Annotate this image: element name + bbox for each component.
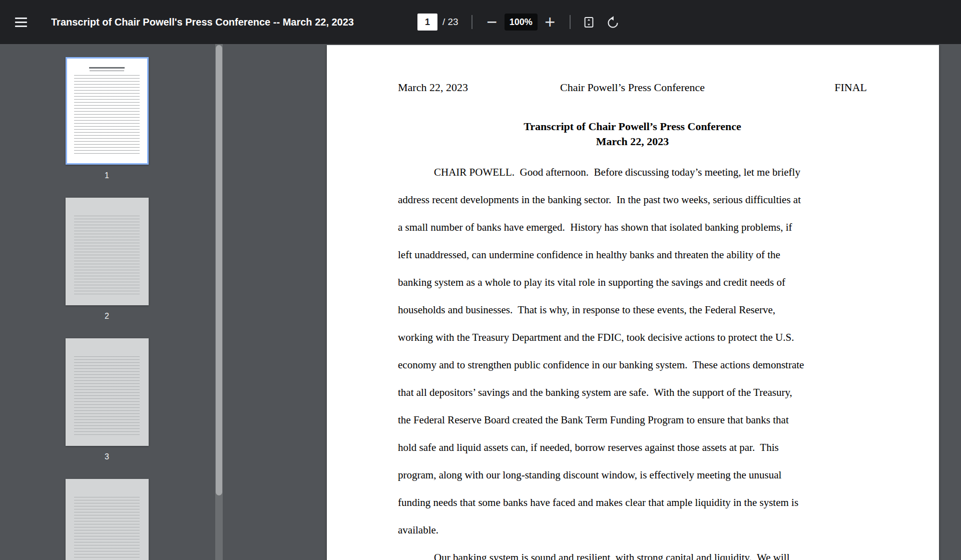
document-line: CHAIR POWELL. Good afternoon. Before dis… — [398, 159, 867, 186]
hamburger-icon — [15, 18, 35, 27]
document-line: households and businesses. That is why, … — [398, 296, 867, 324]
document-line: hold safe and liquid assets can, if need… — [398, 434, 867, 461]
thumbnail-page-4[interactable]: 4 — [66, 479, 149, 560]
scrollbar-thumb[interactable] — [216, 45, 222, 495]
zoom-in-button[interactable]: + — [542, 11, 559, 33]
document-title: Transcript of Chair Powell's Press Confe… — [51, 17, 354, 28]
rotate-button[interactable] — [605, 11, 622, 33]
zoom-out-button[interactable]: − — [484, 11, 501, 33]
document-line: economy and to strengthen public confide… — [398, 351, 867, 379]
menu-button[interactable] — [15, 12, 35, 32]
fit-to-page-button[interactable] — [581, 11, 598, 33]
document-line: a small number of banks have emerged. Hi… — [398, 214, 867, 241]
heading-line-1: Transcript of Chair Powell’s Press Confe… — [398, 119, 867, 134]
document-heading: Transcript of Chair Powell’s Press Confe… — [398, 119, 867, 149]
thumbnail-label: 3 — [105, 452, 109, 462]
thumbnail-label: 2 — [105, 311, 109, 321]
header-final: FINAL — [834, 81, 867, 94]
document-viewport[interactable]: March 22, 2023 Chair Powell’s Press Conf… — [224, 44, 961, 560]
header-date: March 22, 2023 — [398, 81, 468, 94]
plus-icon: + — [544, 15, 556, 29]
document-line: program, along with our long-standing di… — [398, 461, 867, 489]
toolbar-divider — [471, 15, 472, 29]
document-line: banking system as a whole to play its vi… — [398, 269, 867, 296]
page-header: March 22, 2023 Chair Powell’s Press Conf… — [398, 81, 867, 94]
document-line: that all depositors’ savings and the ban… — [398, 379, 867, 406]
page-count-label: / 23 — [442, 17, 458, 28]
thumbnail-sidebar[interactable]: 1 2 3 4 — [0, 44, 224, 560]
toolbar-controls: / 23 − 100% + — [417, 0, 622, 44]
document-body: CHAIR POWELL. Good afternoon. Before dis… — [398, 159, 867, 560]
document-line: available. — [398, 516, 867, 544]
page-thumbnail — [66, 198, 149, 305]
zoom-level-display[interactable]: 100% — [505, 14, 538, 31]
thumbnail-page-1[interactable]: 1 — [66, 57, 149, 181]
rotate-counterclockwise-icon — [606, 16, 620, 29]
header-title: Chair Powell’s Press Conference — [560, 81, 705, 94]
page-thumbnail — [66, 57, 149, 165]
thumbnail-label: 1 — [105, 171, 109, 181]
page-number-input[interactable] — [417, 14, 437, 31]
document-line: working with the Treasury Department and… — [398, 324, 867, 351]
document-line: address recent developments in the banki… — [398, 186, 867, 214]
document-line: Our banking system is sound and resilien… — [398, 544, 867, 560]
page-thumbnail — [66, 479, 149, 560]
fit-to-page-icon — [582, 16, 596, 29]
page-thumbnail — [66, 338, 149, 446]
pdf-toolbar: Transcript of Chair Powell's Press Confe… — [0, 0, 961, 44]
thumbnail-page-2[interactable]: 2 — [66, 198, 149, 321]
thumbnail-page-3[interactable]: 3 — [66, 338, 149, 462]
thumbnails-scrollbar[interactable] — [215, 44, 223, 560]
toolbar-divider — [570, 15, 571, 29]
document-line: left unaddressed, can undermine confiden… — [398, 241, 867, 269]
document-line: funding needs that some banks have faced… — [398, 489, 867, 516]
thumbnail-list: 1 2 3 4 — [0, 44, 214, 560]
heading-line-2: March 22, 2023 — [398, 134, 867, 149]
minus-icon: − — [486, 15, 498, 29]
document-line: the Federal Reserve Board created the Ba… — [398, 406, 867, 434]
pdf-page-1: March 22, 2023 Chair Powell’s Press Conf… — [327, 45, 939, 560]
